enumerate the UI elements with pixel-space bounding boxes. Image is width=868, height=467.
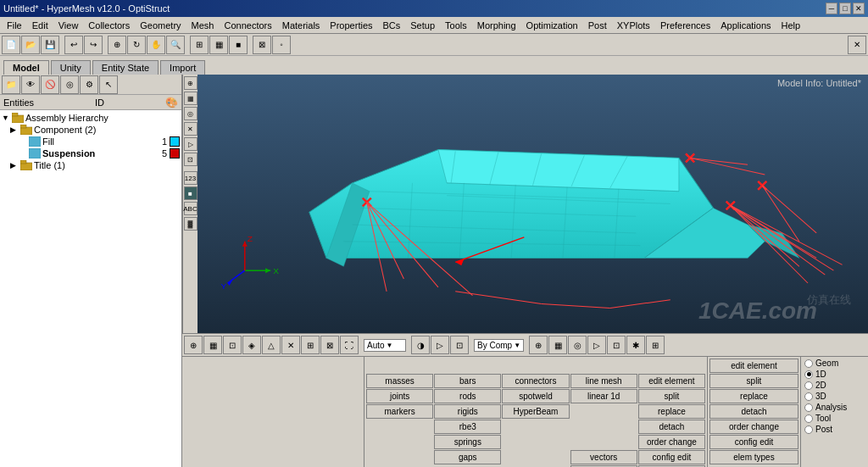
grid-btn-r0-c1[interactable]: bars: [434, 374, 501, 388]
side-icon-1[interactable]: ⊕: [184, 76, 198, 90]
grid-btn-r5-c4[interactable]: config edit: [638, 450, 705, 464]
minimize-button[interactable]: ─: [826, 3, 837, 14]
side-icon-6[interactable]: ⊡: [184, 153, 198, 166]
grid-btn-r1-c1[interactable]: rods: [434, 389, 501, 403]
side-icon-2[interactable]: ▦: [184, 92, 198, 105]
mesh-button[interactable]: ⊠: [253, 36, 271, 54]
bt2[interactable]: ▦: [203, 336, 222, 354]
grid-btn-r0-c2[interactable]: connectors: [502, 374, 569, 388]
radio-item-post[interactable]: Post: [804, 425, 865, 434]
right-btn-detach[interactable]: detach: [709, 404, 798, 419]
isolate-button[interactable]: ◎: [60, 75, 79, 94]
right-btn-config-edit[interactable]: config edit: [709, 435, 798, 449]
side-icon-9[interactable]: ABC: [184, 202, 198, 215]
right-btn-split[interactable]: split: [709, 374, 798, 388]
side-icon-10[interactable]: ▓: [184, 217, 198, 231]
close-panel-button[interactable]: ✕: [848, 36, 866, 54]
bt1[interactable]: ⊕: [184, 336, 203, 354]
wireframe-button[interactable]: ▦: [209, 36, 228, 54]
grid-btn-r4-c1[interactable]: springs: [434, 435, 501, 449]
redo-button[interactable]: ↪: [84, 36, 103, 54]
bt17[interactable]: ⊡: [607, 336, 626, 354]
grid-btn-r1-c4[interactable]: split: [638, 389, 705, 403]
grid-btn-r2-c0[interactable]: markers: [366, 404, 433, 419]
radio-item-geom[interactable]: Geom: [804, 359, 865, 368]
bt19[interactable]: ⊞: [646, 336, 665, 354]
tree-item[interactable]: ▶Title (1): [2, 159, 180, 171]
grid-btn-r5-c1[interactable]: gaps: [434, 450, 501, 464]
menu-item-optimization[interactable]: Optimization: [521, 19, 583, 31]
bt5[interactable]: △: [262, 336, 281, 354]
grid-btn-r5-c3[interactable]: vectors: [570, 450, 637, 464]
menu-item-bcs[interactable]: BCs: [378, 19, 406, 31]
side-icon-3[interactable]: ◎: [184, 107, 198, 120]
side-icon-7[interactable]: 123: [184, 171, 198, 185]
bt9[interactable]: ⛶: [340, 336, 359, 354]
grid-btn-r0-c0[interactable]: masses: [366, 374, 433, 388]
right-btn-elem-types[interactable]: elem types: [709, 450, 798, 464]
tree-color-box[interactable]: [170, 148, 180, 158]
radio-item-analysis[interactable]: Analysis: [804, 403, 865, 412]
menu-item-materials[interactable]: Materials: [277, 19, 326, 31]
rotate-button[interactable]: ↻: [127, 36, 146, 54]
grid-btn-r3-c4[interactable]: detach: [638, 420, 705, 434]
grid-btn-r0-c4[interactable]: edit element: [638, 374, 705, 388]
zoom-button[interactable]: 🔍: [166, 36, 185, 54]
menu-item-geometry[interactable]: Geometry: [135, 19, 186, 31]
menu-item-tools[interactable]: Tools: [440, 19, 472, 31]
menu-item-collectors[interactable]: Collectors: [83, 19, 135, 31]
tab-unity[interactable]: Unity: [51, 60, 91, 75]
tree-item[interactable]: Fill1: [2, 136, 180, 147]
menu-item-mesh[interactable]: Mesh: [186, 19, 220, 31]
bt10[interactable]: ◑: [411, 336, 430, 354]
menu-item-post[interactable]: Post: [583, 19, 612, 31]
grid-btn-r1-c0[interactable]: joints: [366, 389, 433, 403]
menu-item-properties[interactable]: Properties: [325, 19, 377, 31]
bt12[interactable]: ⊡: [450, 336, 469, 354]
bt8[interactable]: ⊠: [320, 336, 339, 354]
grid-btn-r2-c1[interactable]: rigids: [434, 404, 501, 419]
save-button[interactable]: 💾: [41, 36, 59, 54]
fit-button[interactable]: ⊞: [190, 36, 209, 54]
grid-btn-r4-c4[interactable]: order change: [638, 435, 705, 449]
right-btn-edit-element[interactable]: edit element: [709, 359, 798, 373]
bt13[interactable]: ⊕: [529, 336, 548, 354]
menu-item-morphing[interactable]: Morphing: [472, 19, 521, 31]
shaded-button[interactable]: ■: [229, 36, 248, 54]
menu-item-edit[interactable]: Edit: [27, 19, 53, 31]
undo-button[interactable]: ↩: [64, 36, 83, 54]
menu-item-setup[interactable]: Setup: [405, 19, 440, 31]
grid-btn-r2-c2[interactable]: HyperBeam: [502, 404, 569, 419]
bt18[interactable]: ✱: [626, 336, 645, 354]
menu-item-view[interactable]: View: [53, 19, 84, 31]
new-comp-button[interactable]: 📁: [2, 75, 20, 94]
radio-item-3d[interactable]: 3D: [804, 392, 865, 401]
grid-btn-r2-c4[interactable]: replace: [638, 404, 705, 419]
pan-button[interactable]: ✋: [147, 36, 165, 54]
radio-item-tool[interactable]: Tool: [804, 414, 865, 423]
tree-expand-icon[interactable]: ▼: [2, 114, 12, 122]
maximize-button[interactable]: □: [839, 3, 851, 14]
side-icon-5[interactable]: ▷: [184, 137, 198, 151]
auto-dropdown[interactable]: Auto ▼: [364, 339, 406, 352]
select-button[interactable]: ⊕: [108, 36, 126, 54]
tree-item[interactable]: Suspension5: [2, 147, 180, 159]
grid-btn-r3-c1[interactable]: rbe3: [434, 420, 501, 434]
titlebar-controls[interactable]: ─ □ ✕: [826, 3, 865, 14]
menu-item-help[interactable]: Help: [776, 19, 806, 31]
bt4[interactable]: ◈: [242, 336, 261, 354]
grid-btn-r0-c3[interactable]: line mesh: [570, 374, 637, 388]
tree-item[interactable]: ▼Assembly Hierarchy: [2, 112, 180, 124]
tree-expand-icon[interactable]: ▶: [10, 161, 20, 170]
menu-item-xyplots[interactable]: XYPlots: [612, 19, 655, 31]
right-btn-order-change[interactable]: order change: [709, 420, 798, 434]
radio-item-1d[interactable]: 1D: [804, 370, 865, 379]
menu-item-connectors[interactable]: Connectors: [219, 19, 276, 31]
tree-color-box[interactable]: [170, 136, 180, 147]
side-icon-4[interactable]: ✕: [184, 122, 198, 136]
side-icon-8[interactable]: ■: [184, 186, 198, 200]
menu-item-applications[interactable]: Applications: [715, 19, 776, 31]
cursor-button[interactable]: ↖: [99, 75, 118, 94]
open-button[interactable]: 📂: [21, 36, 40, 54]
settings-button[interactable]: ⚙: [80, 75, 98, 94]
